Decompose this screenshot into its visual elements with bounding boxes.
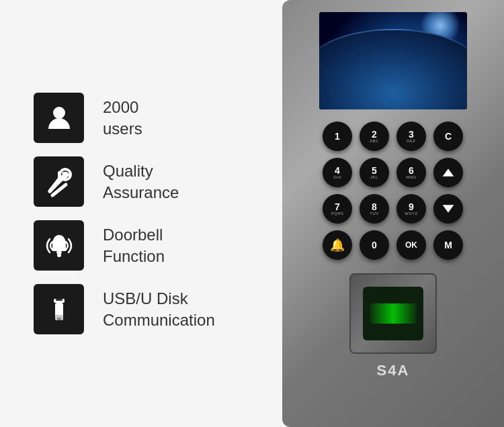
svg-point-0: [53, 107, 65, 119]
svg-point-7: [57, 253, 61, 257]
earth-curve: [319, 29, 467, 109]
key-5[interactable]: 5 JKL: [360, 158, 389, 187]
key-9[interactable]: 9 WXYZ: [396, 194, 426, 224]
user-icon-box: [34, 93, 84, 143]
usb-label: USB/U DiskCommunication: [103, 288, 215, 330]
usb-icon: [43, 293, 75, 326]
device-panel: 1 2 ABC 3 DEF C 4 GHI 5 JKL 6 MNO: [282, 0, 504, 427]
bell-icon: [43, 230, 75, 262]
svg-marker-14: [443, 169, 454, 177]
feature-usb: USB/U DiskCommunication: [34, 284, 249, 334]
key-m[interactable]: M: [433, 230, 463, 260]
device-model-label: S4A: [377, 362, 410, 379]
key-2[interactable]: 2 ABC: [360, 122, 389, 151]
keypad: 1 2 ABC 3 DEF C 4 GHI 5 JKL 6 MNO: [319, 122, 467, 260]
feature-doorbell: DoorbellFunction: [34, 220, 249, 271]
quality-label: QualityAssurance: [103, 160, 179, 202]
key-up[interactable]: [433, 158, 463, 187]
feature-quality: QualityAssurance: [34, 156, 249, 207]
screen-earth: [319, 12, 467, 109]
key-7[interactable]: 7 PQRS: [323, 194, 352, 224]
svg-rect-10: [56, 299, 62, 301]
device-screen: [319, 12, 467, 109]
key-3[interactable]: 3 DEF: [396, 122, 426, 151]
tools-icon-box: [34, 156, 84, 207]
fingerprint-reader: [363, 287, 423, 340]
doorbell-label: DoorbellFunction: [103, 224, 165, 266]
features-panel: 2000users QualityAssurance: [0, 0, 282, 427]
user-icon: [43, 102, 75, 134]
key-c[interactable]: C: [433, 122, 463, 151]
key-6[interactable]: 6 MNO: [396, 158, 426, 187]
feature-users: 2000users: [34, 93, 249, 143]
fingerprint-glow: [370, 303, 417, 324]
usb-icon-box: [34, 284, 84, 334]
arrow-down-icon: [442, 202, 455, 216]
users-label: 2000users: [103, 97, 142, 138]
arrow-up-icon: [442, 166, 455, 179]
key-bell[interactable]: 🔔: [323, 230, 352, 260]
svg-rect-13: [57, 318, 61, 320]
key-0[interactable]: 0: [360, 230, 389, 260]
svg-rect-8: [58, 235, 60, 238]
key-4[interactable]: 4 GHI: [323, 158, 352, 187]
key-down[interactable]: [433, 194, 463, 224]
fingerprint-area: [349, 273, 437, 354]
key-8[interactable]: 8 TUV: [360, 194, 389, 224]
bell-icon-box: [34, 220, 84, 271]
key-1[interactable]: 1: [323, 122, 352, 151]
key-ok[interactable]: OK: [396, 230, 426, 260]
svg-marker-15: [443, 205, 454, 213]
tools-icon: [43, 166, 75, 198]
